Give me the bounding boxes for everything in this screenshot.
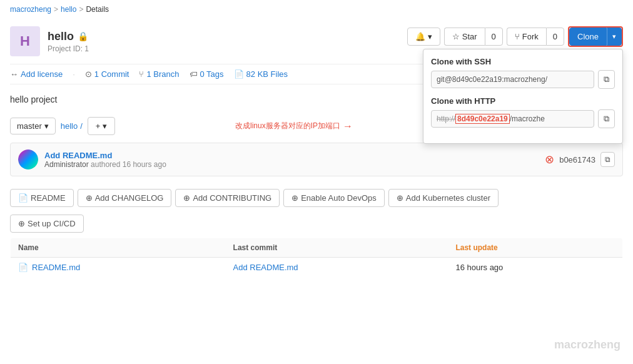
- setup-label: Set up CI/CD: [28, 219, 76, 228]
- stat-commit-label: 1 Commit: [94, 69, 129, 79]
- commit-avatar: [18, 149, 38, 169]
- commit-title[interactable]: Add README.md: [44, 151, 166, 160]
- kubernetes-label: Add Kubernetes cluster: [406, 193, 490, 203]
- project-header: H hello 🔒 Project ID: 1 🔔 ▾ ☆ Star 0: [10, 19, 623, 64]
- clone-http-copy-button[interactable]: ⧉: [598, 109, 615, 128]
- stat-branches[interactable]: ⑂ 1 Branch: [139, 69, 179, 79]
- clone-http-title: Clone with HTTP: [431, 96, 615, 106]
- enable-autodevops-button[interactable]: ⊕ Enable Auto DevOps: [283, 189, 385, 207]
- path-hello[interactable]: hello: [61, 121, 78, 131]
- fork-button[interactable]: ⑂ Fork: [507, 28, 546, 46]
- commit-left: Add README.md Administrator authored 16 …: [18, 149, 166, 169]
- tag-icon: 🏷: [190, 69, 198, 79]
- fork-group: ⑂ Fork 0: [507, 28, 564, 46]
- commit-icon: ⊙: [85, 69, 92, 79]
- add-file-button[interactable]: + ▾: [88, 117, 116, 135]
- setup-icon: ⊕: [18, 219, 25, 228]
- autodevops-label: Enable Auto DevOps: [301, 193, 377, 203]
- project-left: H hello 🔒 Project ID: 1: [10, 26, 89, 56]
- project-avatar: H: [10, 26, 40, 56]
- clone-ssh-copy-button[interactable]: ⧉: [598, 70, 615, 89]
- stat-commits[interactable]: ⊙ 1 Commit: [85, 69, 129, 79]
- branch-chevron-icon: ▾: [44, 121, 49, 131]
- file-table: Name Last commit Last update 📄 README.md…: [10, 238, 623, 278]
- license-icon: ↔: [10, 69, 18, 79]
- readme-icon: 📄: [18, 193, 28, 203]
- add-contributing-button[interactable]: ⊕ Add CONTRIBUTING: [175, 189, 280, 207]
- breadcrumb-hello[interactable]: hello: [61, 5, 76, 14]
- contributing-icon: ⊕: [183, 193, 190, 203]
- setup-cicd-button[interactable]: ⊕ Set up CI/CD: [10, 215, 84, 233]
- breadcrumb-macrozheng[interactable]: macrozheng: [10, 5, 51, 14]
- file-icon: 📄: [18, 263, 28, 272]
- star-label: Star: [462, 32, 477, 41]
- breadcrumb-sep-2: >: [79, 5, 83, 14]
- col-name: Name: [11, 238, 226, 258]
- commit-time: 16 hours ago: [123, 160, 166, 169]
- stat-files-label: 82 KB Files: [246, 69, 288, 79]
- action-buttons: 📄 README ⊕ Add CHANGELOG ⊕ Add CONTRIBUT…: [10, 184, 623, 215]
- file-last-update: 16 hours ago: [448, 258, 622, 278]
- stat-tags[interactable]: 🏷 0 Tags: [190, 69, 224, 79]
- readme-label: README: [31, 193, 66, 203]
- file-table-header: Name Last commit Last update: [11, 238, 623, 258]
- changelog-icon: ⊕: [86, 193, 93, 203]
- project-name: hello: [48, 30, 74, 43]
- commit-right: ⊗ b0e61743 ⧉: [545, 152, 615, 167]
- autodevops-icon: ⊕: [291, 193, 298, 203]
- clone-button-group: Clone ▾: [568, 26, 623, 47]
- fork-label: Fork: [522, 32, 539, 41]
- col-last-commit: Last commit: [226, 238, 448, 258]
- annotation-arrow: →: [343, 121, 353, 132]
- clone-chevron-button[interactable]: ▾: [607, 28, 622, 46]
- file-name: README.md: [32, 263, 80, 272]
- file-table-body: 📄 README.md Add README.md 16 hours ago: [11, 258, 623, 278]
- commit-meta: Administrator authored 16 hours ago: [44, 160, 166, 169]
- notify-button[interactable]: 🔔 ▾: [407, 28, 440, 46]
- clone-ssh-url: git@8d49c0e22a19:macrozheng/: [431, 71, 594, 88]
- commit-hash[interactable]: b0e61743: [559, 155, 595, 164]
- clone-ssh-section: Clone with SSH git@8d49c0e22a19:macrozhe…: [431, 57, 615, 89]
- avatar-image: [18, 149, 38, 169]
- setup-row: ⊕ Set up CI/CD: [10, 215, 623, 238]
- add-chevron-icon: ▾: [103, 121, 107, 131]
- breadcrumb: macrozheng > hello > Details: [0, 0, 633, 19]
- commit-authored: authored: [91, 160, 120, 169]
- branch-select[interactable]: master ▾: [10, 118, 56, 134]
- path-sep: /: [80, 121, 83, 131]
- stat-files[interactable]: 📄 82 KB Files: [234, 69, 288, 79]
- add-changelog-button[interactable]: ⊕ Add CHANGELOG: [78, 189, 172, 207]
- stat-add-license[interactable]: ↔ Add license: [10, 69, 63, 79]
- clone-http-row: http://8d49c0e22a19/macrozhe ⧉: [431, 109, 615, 128]
- annotation-text: 改成linux服务器对应的IP加端口: [235, 121, 340, 131]
- clone-dropdown: Clone with SSH git@8d49c0e22a19:macrozhe…: [423, 49, 623, 144]
- branch-icon: ⑂: [139, 69, 144, 79]
- files-icon: 📄: [234, 69, 244, 79]
- clone-http-url: http://8d49c0e22a19/macrozhe: [431, 110, 594, 128]
- project-id: Project ID: 1: [48, 44, 89, 53]
- stat-branch-label: 1 Branch: [146, 69, 179, 79]
- file-name-link[interactable]: 📄 README.md: [18, 263, 218, 272]
- clone-ssh-row: git@8d49c0e22a19:macrozheng/ ⧉: [431, 70, 615, 89]
- star-button[interactable]: ☆ Star: [444, 28, 485, 46]
- add-kubernetes-button[interactable]: ⊕ Add Kubernetes cluster: [388, 189, 499, 207]
- kubernetes-icon: ⊕: [397, 193, 403, 203]
- annotation: 改成linux服务器对应的IP加端口 →: [235, 121, 353, 132]
- http-strikethrough: http://: [437, 114, 455, 123]
- fork-icon: ⑂: [515, 32, 520, 41]
- file-commit-link[interactable]: Add README.md: [233, 263, 298, 272]
- stat-license-label: Add license: [21, 69, 63, 79]
- project-title: hello 🔒: [48, 30, 89, 43]
- stat-sep-1: ·: [73, 69, 75, 79]
- clone-button[interactable]: Clone: [569, 28, 607, 46]
- fork-count: 0: [546, 28, 564, 46]
- project-info: hello 🔒 Project ID: 1: [48, 30, 89, 53]
- commit-copy-button[interactable]: ⧉: [600, 152, 615, 167]
- http-rest: /macrozhe: [510, 114, 545, 123]
- breadcrumb-current: Details: [86, 5, 109, 14]
- changelog-label: Add CHANGELOG: [95, 193, 164, 203]
- readme-button[interactable]: 📄 README: [10, 189, 74, 207]
- star-count: 0: [485, 28, 503, 46]
- path-nav: hello /: [61, 121, 83, 131]
- http-highlighted: 8d49c0e22a19: [455, 114, 510, 124]
